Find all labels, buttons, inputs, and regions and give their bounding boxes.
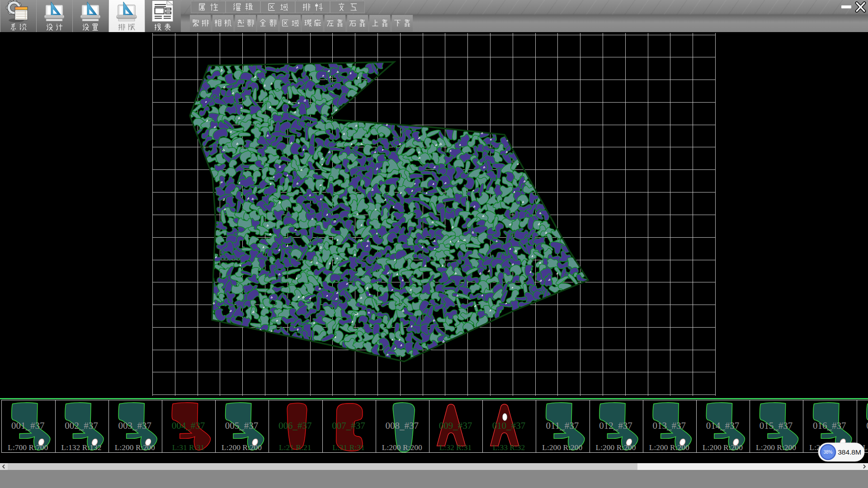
svg-text:003_#37: 003_#37 <box>118 420 151 431</box>
svg-text:008_#37: 008_#37 <box>385 420 419 431</box>
svg-text:L:200 R:200: L:200 R:200 <box>382 443 422 452</box>
svg-text:L:200 R:200: L:200 R:200 <box>756 443 796 452</box>
svg-text:011_#37: 011_#37 <box>546 420 579 431</box>
svg-text:010_#37: 010_#37 <box>492 420 526 431</box>
svg-text:L:33 R:32: L:33 R:32 <box>493 443 525 452</box>
svg-text:L:200 R:200: L:200 R:200 <box>649 443 689 452</box>
svg-text:L:200 R:200: L:200 R:200 <box>115 443 155 452</box>
svg-text:007_#37: 007_#37 <box>332 420 365 431</box>
svg-text:006_#37: 006_#37 <box>278 420 312 431</box>
svg-text:L:200 R:200: L:200 R:200 <box>596 443 636 452</box>
svg-text:012_#37: 012_#37 <box>599 420 632 431</box>
svg-text:017_#37: 017_#37 <box>866 420 868 431</box>
svg-text:014_#37: 014_#37 <box>706 420 740 431</box>
svg-text:L:21 R:21: L:21 R:21 <box>279 443 311 452</box>
svg-text:L:200 R:200: L:200 R:200 <box>703 443 743 452</box>
svg-text:016_#37: 016_#37 <box>813 420 846 431</box>
svg-text:L:200 R:200: L:200 R:200 <box>542 443 582 452</box>
svg-text:005_#37: 005_#37 <box>225 420 258 431</box>
svg-text:001_#37: 001_#37 <box>11 420 45 431</box>
svg-text:L:700 R:700: L:700 R:700 <box>8 443 48 452</box>
svg-text:L:200 R:200: L:200 R:200 <box>222 443 262 452</box>
svg-text:009_#37: 009_#37 <box>439 420 472 431</box>
svg-text:015_#37: 015_#37 <box>760 420 793 431</box>
svg-text:004_#37: 004_#37 <box>172 420 205 431</box>
svg-text:L:32 R:31: L:32 R:31 <box>439 443 472 452</box>
svg-text:013_#37: 013_#37 <box>652 420 686 431</box>
svg-text:L:132 R:132: L:132 R:132 <box>61 443 102 452</box>
svg-text:38%: 38% <box>823 450 832 455</box>
svg-text:002_#37: 002_#37 <box>65 420 98 431</box>
svg-text:L:31 R:31: L:31 R:31 <box>332 443 364 452</box>
svg-text:L:31 R:31: L:31 R:31 <box>172 443 204 452</box>
svg-text:384.8M: 384.8M <box>838 448 861 456</box>
